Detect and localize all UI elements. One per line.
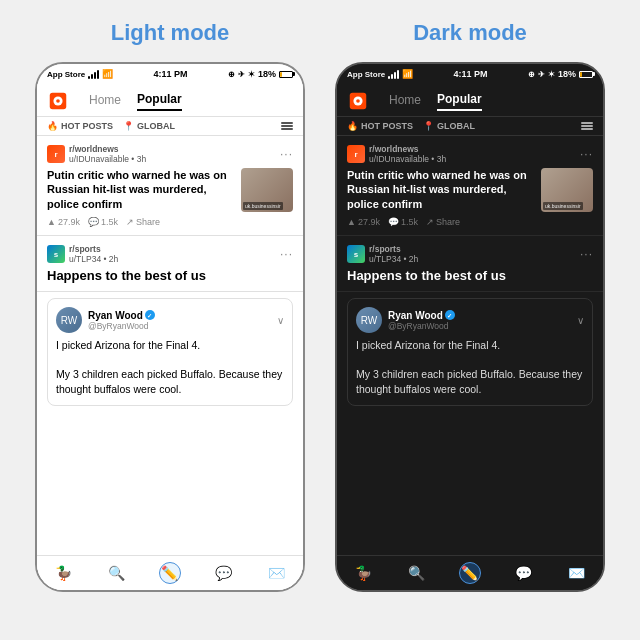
light-comment-count: 1.5k [101,217,118,227]
light-home-tab[interactable]: Home [89,93,121,110]
light-phone-frame: App Store 📶 4:11 PM ⊕ ✈ ✶ 18% [35,62,305,592]
light-battery-icon [279,71,293,78]
light-post1-meta-text: r/worldnews u/IDUnavailable • 3h [69,144,146,164]
light-post2-subreddit: r/sports [69,244,118,254]
dark-airplane-icon: ✈ [538,70,545,79]
light-vote-count: 27.9k [58,217,80,227]
dark-menu-icon[interactable] [581,122,593,130]
light-nav-search-icon[interactable]: 🔍 [106,562,128,584]
dark-post1-header: r r/worldnews u/IDUnavailable • 3h ··· [347,144,593,164]
dark-nav-mail-icon[interactable]: ✉️ [565,562,587,584]
dark-post2-meta: s r/sports u/TLP34 • 2h [347,244,418,264]
light-signal-icon [88,70,99,79]
dark-nav-tabs: Home Popular [337,84,603,117]
light-post1-comments[interactable]: 💬 1.5k [88,217,118,227]
light-mode-section: Light mode App Store 📶 4:11 PM ⊕ [35,20,305,592]
dark-post1-user: u/IDUnavailable • 3h [369,154,446,164]
dark-filter-bar: 🔥 HOT POSTS 📍 GLOBAL [337,117,603,136]
svg-point-2 [56,99,60,103]
light-nav-chat-icon[interactable]: 💬 [212,562,234,584]
dark-post1-thumbnail: uk.businessinsir [541,168,593,212]
light-post1-votes[interactable]: ▲ 27.9k [47,217,80,227]
dark-mode-section: Dark mode App Store 📶 4:11 PM ⊕ [335,20,605,592]
dark-phone-frame: App Store 📶 4:11 PM ⊕ ✈ ✶ 18% [335,62,605,592]
dark-global-label: GLOBAL [437,121,475,131]
light-menu-icon[interactable] [281,122,293,130]
dark-post1-comments[interactable]: 💬 1.5k [388,217,418,227]
dark-upvote-icon: ▲ [347,217,356,227]
dark-tweet-user-info: Ryan Wood ✓ @ByRyanWood [388,310,571,331]
light-post1-actions: ▲ 27.9k 💬 1.5k ↗ Share [47,217,293,227]
dark-post1-body: Putin critic who warned he was on Russia… [347,168,593,212]
light-global-label: GLOBAL [137,121,175,131]
dark-nav-search-icon[interactable]: 🔍 [406,562,428,584]
dark-post-1: r r/worldnews u/IDUnavailable • 3h ··· P… [337,136,603,236]
dark-battery-icon [579,71,593,78]
light-chevron-icon[interactable]: ∨ [277,315,284,326]
dark-popular-tab[interactable]: Popular [437,92,482,111]
light-nav-compose-icon[interactable]: ✏️ [159,562,181,584]
light-post2-header: s r/sports u/TLP34 • 2h ··· [47,244,293,264]
dark-post1-title: Putin critic who warned he was on Russia… [347,168,535,211]
light-tweet-user-info: Ryan Wood ✓ @ByRyanWood [88,310,271,331]
dark-chevron-icon[interactable]: ∨ [577,315,584,326]
light-wifi-icon: 📶 [102,69,113,79]
dark-comment-icon: 💬 [388,217,399,227]
dark-post2-subreddit: r/sports [369,244,418,254]
dark-post2-title: Happens to the best of us [347,268,593,283]
dark-global-filter[interactable]: 📍 GLOBAL [423,121,475,131]
light-post2-dots[interactable]: ··· [280,247,293,261]
dark-signal-icon [388,70,399,79]
dark-post1-share[interactable]: ↗ Share [426,217,460,227]
light-post2-title: Happens to the best of us [47,268,293,283]
dark-tweet-text: I picked Arizona for the Final 4. My 3 c… [356,338,584,397]
light-post1-meta: r r/worldnews u/IDUnavailable • 3h [47,144,146,164]
light-post1-dots[interactable]: ··· [280,147,293,161]
light-airplane-icon: ✈ [238,70,245,79]
light-post1-header: r r/worldnews u/IDUnavailable • 3h ··· [47,144,293,164]
light-time: 4:11 PM [154,69,188,79]
light-battery-text: 18% [258,69,276,79]
light-hot-filter[interactable]: 🔥 HOT POSTS [47,121,113,131]
dark-nav-compose-icon[interactable]: ✏️ [459,562,481,584]
light-popular-tab[interactable]: Popular [137,92,182,111]
dark-post1-votes[interactable]: ▲ 27.9k [347,217,380,227]
light-fire-icon: 🔥 [47,121,58,131]
dark-bluetooth-icon: ✶ [548,70,555,79]
light-tweet-embed: RW Ryan Wood ✓ @ByRyanWood ∨ I picked Ar… [47,298,293,406]
light-post1-share[interactable]: ↗ Share [126,217,160,227]
light-location-icon: ⊕ [228,70,235,79]
light-tweet-text: I picked Arizona for the Final 4. My 3 c… [56,338,284,397]
dark-app-content: Home Popular 🔥 HOT POSTS 📍 GLOBAL [337,84,603,590]
light-global-filter[interactable]: 📍 GLOBAL [123,121,175,131]
dark-status-bar: App Store 📶 4:11 PM ⊕ ✈ ✶ 18% [337,64,603,84]
dark-battery-fill [580,72,582,77]
light-hot-label: HOT POSTS [61,121,113,131]
dark-thumb-label: uk.businessinsir [543,202,583,210]
light-post-1: r r/worldnews u/IDUnavailable • 3h ··· P… [37,136,303,236]
light-battery-fill [280,72,282,77]
light-status-bar: App Store 📶 4:11 PM ⊕ ✈ ✶ 18% [37,64,303,84]
light-tweet-handle: @ByRyanWood [88,321,271,331]
light-upvote-icon: ▲ [47,217,56,227]
dark-post2-user: u/TLP34 • 2h [369,254,418,264]
dark-verified-badge: ✓ [445,310,455,320]
dark-tweet-avatar: RW [356,307,382,333]
dark-nav-home-icon[interactable]: 🦆 [353,562,375,584]
dark-post1-dots[interactable]: ··· [580,147,593,161]
dark-location-pin-icon: 📍 [423,121,434,131]
light-nav-home-icon[interactable]: 🦆 [53,562,75,584]
dark-hot-filter[interactable]: 🔥 HOT POSTS [347,121,413,131]
dark-home-tab[interactable]: Home [389,93,421,110]
dark-post1-subreddit-icon: r [347,145,365,163]
light-status-right: ⊕ ✈ ✶ 18% [228,69,293,79]
light-nav-mail-icon[interactable]: ✉️ [265,562,287,584]
dark-comment-count: 1.5k [401,217,418,227]
dark-post1-subreddit: r/worldnews [369,144,446,154]
dark-nav-chat-icon[interactable]: 💬 [512,562,534,584]
light-tweet-name-text: Ryan Wood [88,310,143,321]
light-post2-meta: s r/sports u/TLP34 • 2h [47,244,118,264]
dark-post2-dots[interactable]: ··· [580,247,593,261]
dark-logo-icon [347,90,369,112]
light-post2-user: u/TLP34 • 2h [69,254,118,264]
